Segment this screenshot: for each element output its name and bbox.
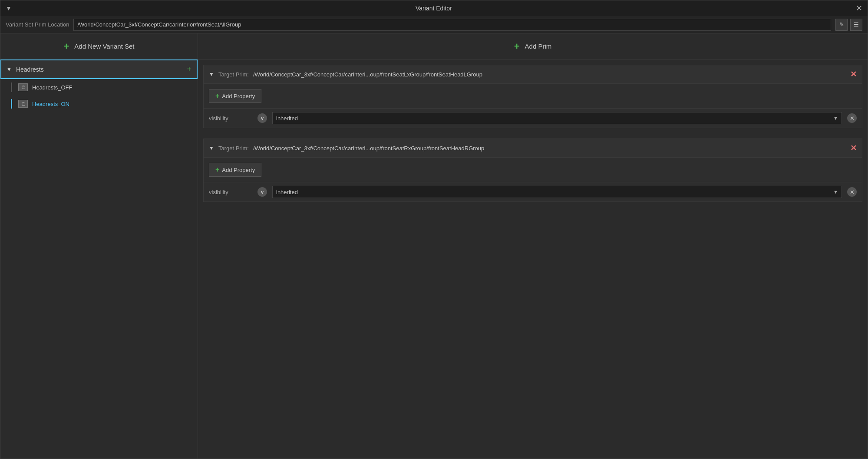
location-bar: Variant Set Prim Location ✎ ☰: [0, 16, 868, 33]
target-prim-label-1: Target Prim:: [218, 71, 249, 78]
variant-item-name-on: Headrests_ON: [32, 101, 69, 107]
add-property-button-2[interactable]: + Add Property: [209, 163, 261, 177]
variant-item-on[interactable]: ⛱ Headrests_ON: [0, 96, 198, 112]
variant-item-off[interactable]: ⛱ Headrests_OFF: [0, 79, 198, 96]
property-remove-button-2-0[interactable]: ✕: [847, 187, 857, 197]
variant-item-icon-on: ⛱: [18, 100, 28, 108]
location-path-input[interactable]: [73, 19, 831, 31]
property-name-2-0: visibility: [209, 189, 252, 195]
add-property-label-1: Add Property: [222, 93, 255, 99]
dropdown-arrow-icon-2-0: ▼: [833, 189, 838, 195]
target-prim-remove-button-2[interactable]: ✕: [850, 143, 857, 153]
location-icons: ✎ ☰: [835, 19, 862, 31]
add-prim-button[interactable]: +: [514, 41, 520, 52]
target-prim-collapse-icon-2[interactable]: ▼: [209, 145, 214, 151]
main-content: + Add New Variant Set ▼ Headrests + ⛱ He…: [0, 33, 868, 459]
target-prim-block-2: ▼ Target Prim: /World/ConceptCar_3xf/Con…: [203, 139, 862, 202]
title-bar-arrow-icon[interactable]: ▼: [6, 5, 12, 12]
variant-item-name-off: Headrests_OFF: [32, 84, 72, 91]
target-prim-header-1: ▼ Target Prim: /World/ConceptCar_3xf/Con…: [204, 65, 862, 84]
property-value-text-2-0: inherited: [276, 189, 298, 195]
dropdown-arrow-icon-1-0: ▼: [833, 116, 838, 121]
property-value-text-1-0: inherited: [276, 115, 298, 122]
location-label: Variant Set Prim Location: [6, 21, 69, 28]
variant-set-add-button[interactable]: +: [187, 65, 191, 74]
property-row-1-0: visibility v inherited ▼ ✕: [204, 108, 862, 128]
property-value-dropdown-1-0[interactable]: inherited ▼: [272, 112, 842, 124]
target-prim-path-2: /World/ConceptCar_3xf/ConceptCar/carInte…: [253, 145, 846, 152]
target-prim-label-2: Target Prim:: [218, 145, 249, 152]
add-property-plus-icon-1: +: [215, 92, 219, 100]
add-prim-label: Add Prim: [525, 43, 552, 50]
property-type-badge-1-0: v: [257, 113, 267, 123]
add-property-plus-icon-2: +: [215, 166, 219, 174]
variant-set-row[interactable]: ▼ Headrests +: [0, 59, 198, 79]
variant-item-divider-on: [11, 99, 12, 109]
variant-set-collapse-icon: ▼: [7, 66, 12, 73]
menu-icon: ☰: [854, 21, 859, 28]
edit-icon-button[interactable]: ✎: [835, 19, 848, 31]
target-prim-block-1: ▼ Target Prim: /World/ConceptCar_3xf/Con…: [203, 65, 862, 128]
right-panel: + Add Prim ▼ Target Prim: /World/Concept…: [198, 33, 868, 459]
variant-item-divider-off: [11, 83, 12, 92]
left-panel: + Add New Variant Set ▼ Headrests + ⛱ He…: [0, 33, 198, 459]
property-row-2-0: visibility v inherited ▼ ✕: [204, 182, 862, 201]
add-variant-set-button[interactable]: +: [64, 41, 69, 52]
left-panel-header: + Add New Variant Set: [0, 33, 198, 59]
property-remove-button-1-0[interactable]: ✕: [847, 113, 857, 123]
add-property-button-1[interactable]: + Add Property: [209, 89, 261, 103]
add-property-label-2: Add Property: [222, 167, 255, 173]
variant-editor-window: ▼ Variant Editor ✕ Variant Set Prim Loca…: [0, 0, 868, 459]
menu-icon-button[interactable]: ☰: [850, 19, 862, 31]
target-prim-collapse-icon-1[interactable]: ▼: [209, 71, 214, 77]
property-value-dropdown-2-0[interactable]: inherited ▼: [272, 186, 842, 198]
variant-item-icon-off: ⛱: [18, 83, 28, 91]
target-prim-header-2: ▼ Target Prim: /World/ConceptCar_3xf/Con…: [204, 139, 862, 158]
edit-icon: ✎: [839, 21, 844, 28]
target-prim-remove-button-1[interactable]: ✕: [850, 69, 857, 79]
variant-set-name: Headrests: [16, 66, 187, 73]
right-panel-header: + Add Prim: [198, 33, 868, 59]
target-prim-path-1: /World/ConceptCar_3xf/ConceptCar/carInte…: [253, 71, 846, 78]
title-bar: ▼ Variant Editor ✕: [0, 0, 868, 16]
property-name-1-0: visibility: [209, 115, 252, 122]
window-title: Variant Editor: [12, 5, 856, 12]
property-type-badge-2-0: v: [257, 187, 267, 197]
close-button[interactable]: ✕: [856, 4, 862, 12]
add-variant-set-label: Add New Variant Set: [74, 43, 134, 50]
